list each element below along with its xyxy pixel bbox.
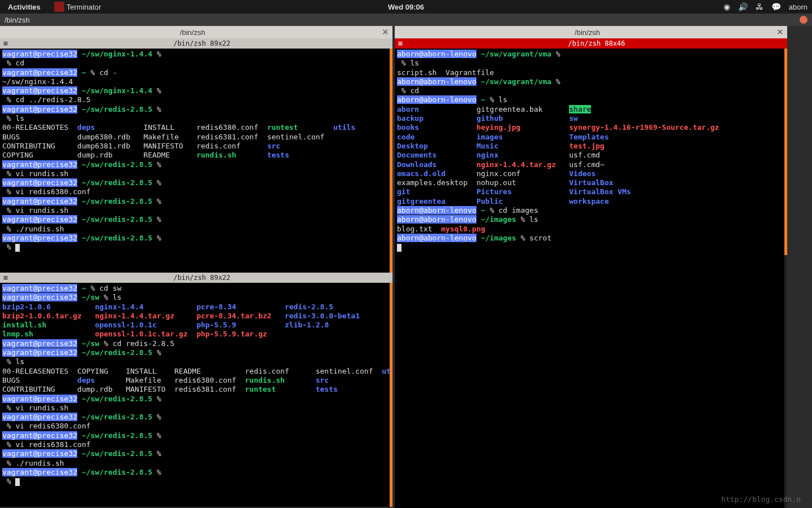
terminal-right[interactable]: aborn@aborn-lenovo ~/sw/vagrant/vma % % … bbox=[395, 49, 787, 508]
terminal-left-top[interactable]: vagrant@precise32 ~/sw/nginx-1.4.4 % % c… bbox=[0, 49, 392, 273]
tab-left-label: /bin/zsh bbox=[3, 28, 382, 37]
app-name: Terminator bbox=[67, 3, 101, 11]
activities-button[interactable]: Activities bbox=[5, 2, 44, 12]
pane-header-right[interactable]: ⊞ /bin/zsh 88x46 bbox=[395, 38, 787, 49]
volume-icon[interactable]: 🔊 bbox=[738, 2, 748, 11]
tab-close-icon[interactable]: ✕ bbox=[776, 27, 784, 37]
scrollbar[interactable] bbox=[390, 283, 392, 507]
watermark: http://blog.csdn.n bbox=[721, 495, 801, 503]
tab-right-label: /bin/zsh bbox=[398, 28, 776, 37]
terminal-left-bottom[interactable]: vagrant@precise32 ~ % cd swvagrant@preci… bbox=[0, 283, 392, 507]
accessibility-icon[interactable]: ◉ bbox=[723, 2, 730, 11]
split-icon[interactable]: ⊞ bbox=[0, 274, 11, 282]
pane-header-label: /bin/zsh 88x46 bbox=[406, 40, 787, 47]
window-title: /bin/zsh bbox=[5, 16, 800, 24]
close-icon[interactable] bbox=[800, 16, 807, 24]
network-icon[interactable]: 🖧 bbox=[756, 2, 764, 11]
tab-close-icon[interactable]: ✕ bbox=[382, 27, 389, 37]
pane-header-label: /bin/zsh 89x22 bbox=[11, 274, 392, 282]
gnome-topbar: Activities Terminator Wed 09:06 ◉ 🔊 🖧 💬 … bbox=[0, 0, 812, 14]
pane-header-label: /bin/zsh 89x22 bbox=[11, 40, 392, 47]
split-icon[interactable]: ⊞ bbox=[0, 40, 11, 47]
scrollbar[interactable] bbox=[784, 49, 787, 508]
app-menu[interactable]: Terminator bbox=[51, 1, 104, 13]
terminator-icon bbox=[54, 2, 64, 12]
pane-header-left-top[interactable]: ⊞ /bin/zsh 89x22 bbox=[0, 38, 392, 49]
tab-left[interactable]: /bin/zsh ✕ bbox=[0, 26, 392, 38]
scrollbar[interactable] bbox=[390, 49, 392, 273]
tab-right[interactable]: /bin/zsh ✕ bbox=[395, 26, 787, 38]
window-titlebar[interactable]: /bin/zsh bbox=[0, 14, 812, 26]
split-icon[interactable]: ⊞ bbox=[395, 40, 406, 47]
pane-header-left-bottom[interactable]: ⊞ /bin/zsh 89x22 bbox=[0, 273, 392, 283]
clock[interactable]: Wed 09:06 bbox=[388, 3, 424, 11]
user-menu[interactable]: aborn bbox=[789, 3, 807, 11]
chat-icon[interactable]: 💬 bbox=[771, 2, 781, 11]
